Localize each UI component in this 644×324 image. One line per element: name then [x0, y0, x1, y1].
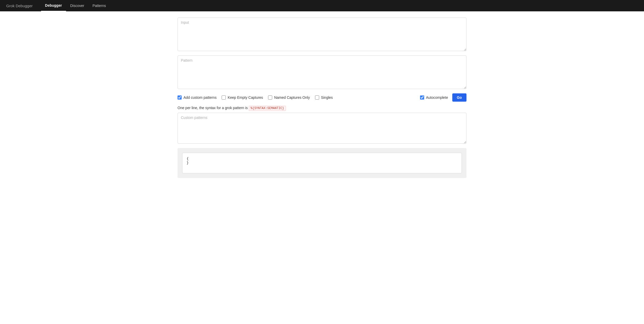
singles-label: Singles	[321, 95, 333, 100]
pattern-textarea[interactable]	[178, 55, 466, 89]
named-captures-only-option[interactable]: Named Captures Only	[268, 95, 310, 100]
main-content: Add custom patterns Keep Empty Captures …	[170, 11, 474, 184]
autocomplete-checkbox[interactable]	[420, 95, 424, 100]
nav-items: Debugger Discover Patterns	[41, 0, 110, 11]
singles-option[interactable]: Singles	[315, 95, 333, 100]
nav-item-patterns[interactable]: Patterns	[88, 0, 110, 11]
keep-empty-captures-option[interactable]: Keep Empty Captures	[222, 95, 263, 100]
output-area: { }	[178, 148, 466, 178]
keep-empty-captures-checkbox[interactable]	[222, 95, 226, 100]
input-textarea[interactable]	[178, 18, 466, 51]
custom-patterns-textarea[interactable]	[178, 113, 466, 144]
nav-item-discover[interactable]: Discover	[66, 0, 88, 11]
nav-item-debugger[interactable]: Debugger	[41, 0, 66, 11]
syntax-hint: One per line, the syntax for a grok patt…	[178, 106, 466, 110]
syntax-code: %{SYNTAX:SEMANTIC}	[249, 106, 286, 111]
syntax-hint-text: One per line, the syntax for a grok patt…	[178, 106, 248, 110]
options-row: Add custom patterns Keep Empty Captures …	[178, 93, 466, 102]
output-box: { }	[182, 153, 462, 173]
app-brand: Grok Debugger	[6, 4, 33, 8]
singles-checkbox[interactable]	[315, 95, 319, 100]
autocomplete-label: Autocomplete	[426, 95, 448, 100]
add-custom-patterns-option[interactable]: Add custom patterns	[178, 95, 216, 100]
named-captures-only-label: Named Captures Only	[274, 95, 310, 100]
autocomplete-option[interactable]: Autocomplete	[420, 95, 448, 100]
named-captures-only-checkbox[interactable]	[268, 95, 272, 100]
go-button[interactable]: Go	[452, 93, 466, 102]
navbar: Grok Debugger Debugger Discover Patterns	[0, 0, 644, 11]
add-custom-patterns-label: Add custom patterns	[183, 95, 216, 100]
output-content: { }	[187, 157, 457, 165]
add-custom-patterns-checkbox[interactable]	[178, 95, 182, 100]
keep-empty-captures-label: Keep Empty Captures	[228, 95, 263, 100]
